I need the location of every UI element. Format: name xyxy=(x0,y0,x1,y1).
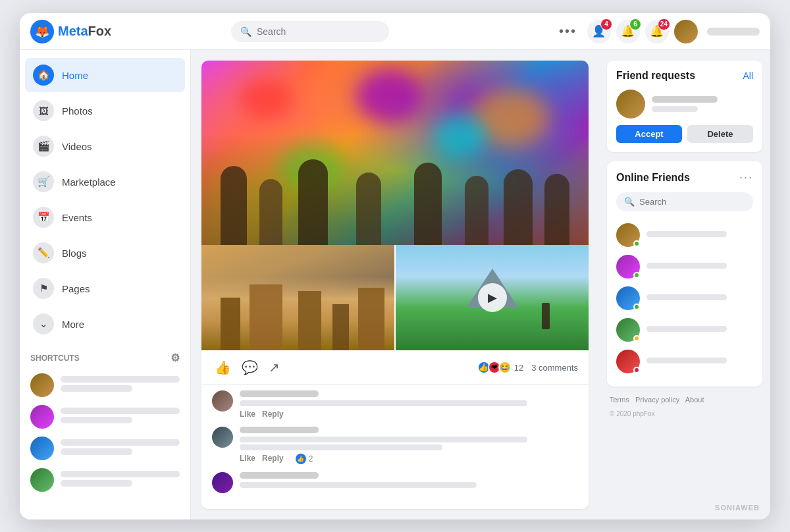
header: 🦊 MetaFox 🔍 ••• 👤 4 🔔 6 🔔 24 xyxy=(20,13,770,50)
delete-button[interactable]: Delete xyxy=(687,125,753,143)
shortcut-lines-1 xyxy=(61,376,180,394)
online-friend-name-2 xyxy=(646,263,753,271)
notification-button[interactable]: 🔔 6 xyxy=(616,20,640,43)
header-right: ••• 👤 4 🔔 6 🔔 24 xyxy=(554,20,760,43)
nav-item-events[interactable]: 📅 Events xyxy=(25,200,185,234)
online-name-placeholder-4 xyxy=(646,326,727,332)
logo-text: MetaFox xyxy=(58,24,111,39)
post-actions-bar: 👍 💬 ↗ 👍 ❤ 😂 12 3 comments xyxy=(201,350,589,385)
about-link[interactable]: About xyxy=(685,396,704,404)
nav-item-blogs[interactable]: ✏️ Blogs xyxy=(25,236,185,270)
like-button[interactable]: 👍 xyxy=(212,357,234,378)
online-friend-avatar-4 xyxy=(616,318,640,342)
global-search-bar[interactable]: 🔍 xyxy=(231,21,389,42)
shortcut-item-1[interactable] xyxy=(30,369,180,401)
post-mountain-image: ▶ xyxy=(396,245,589,350)
accept-button[interactable]: Accept xyxy=(616,125,682,143)
online-status-dot-2 xyxy=(633,272,640,279)
logo-icon: 🦊 xyxy=(30,20,54,43)
video-play-button[interactable]: ▶ xyxy=(478,283,507,312)
online-friend-avatar-1 xyxy=(616,223,640,247)
shortcut-avatar-2 xyxy=(30,405,54,429)
online-name-placeholder-5 xyxy=(646,358,727,363)
shortcuts-header: SHORTCUTS ⚙ xyxy=(30,352,180,364)
left-sidebar: 🏠 Home 🖼 Photos 🎬 Videos 🛒 Marketplace 📅… xyxy=(20,50,191,519)
online-friend-avatar-2 xyxy=(616,255,640,279)
blogs-icon: ✏️ xyxy=(33,242,54,263)
shortcuts-settings-icon[interactable]: ⚙ xyxy=(171,352,180,364)
reactions-summary: 👍 ❤ 😂 12 3 comments xyxy=(480,361,578,374)
online-friend-row-4[interactable] xyxy=(616,314,753,346)
feed: ▶ 👍 💬 ↗ 👍 ❤ 😂 12 xyxy=(191,50,599,519)
friend-request-button[interactable]: 👤 4 xyxy=(587,20,611,43)
haha-reaction-icon: 😂 xyxy=(498,361,512,374)
comment-text-1 xyxy=(240,400,527,406)
share-button[interactable]: ↗ xyxy=(266,357,282,378)
shortcut-item-3[interactable] xyxy=(30,433,180,464)
comment-reply-button-2[interactable]: Reply xyxy=(262,454,284,464)
post-card: ▶ 👍 💬 ↗ 👍 ❤ 😂 12 xyxy=(201,61,589,509)
comment-actions-2: Like Reply 👍 2 xyxy=(240,454,578,464)
friend-request-name xyxy=(652,96,718,103)
online-friend-row-2[interactable] xyxy=(616,251,753,282)
browser-window: 🦊 MetaFox 🔍 ••• 👤 4 🔔 6 🔔 24 xyxy=(20,13,770,519)
pages-icon: ⚑ xyxy=(33,278,54,299)
shortcut-name-1 xyxy=(61,376,180,383)
online-friend-avatar-5 xyxy=(616,350,640,373)
comment-content-2: Like Reply 👍 2 xyxy=(240,427,578,464)
online-friend-name-4 xyxy=(646,326,753,334)
shortcut-name-2 xyxy=(61,408,180,414)
comment-count: 3 comments xyxy=(531,363,578,373)
search-input[interactable] xyxy=(257,26,380,37)
comment-text-2b xyxy=(240,444,442,450)
nav-item-videos[interactable]: 🎬 Videos xyxy=(25,129,185,163)
nav-item-home[interactable]: 🏠 Home xyxy=(25,58,185,92)
online-friend-row-1[interactable] xyxy=(616,219,753,251)
online-search-bar[interactable]: 🔍 xyxy=(616,192,753,211)
comment-content-3 xyxy=(240,472,578,490)
comment-button[interactable]: 💬 xyxy=(239,357,261,378)
comment-like-count-2: 2 xyxy=(309,454,313,464)
home-icon: 🏠 xyxy=(33,65,54,86)
events-icon: 📅 xyxy=(33,207,54,228)
comment-likes-2: 👍 2 xyxy=(296,454,313,464)
copyright: © 2020 phpFox xyxy=(610,409,760,419)
online-friends-header: Online Friends ··· xyxy=(616,171,753,184)
nav-item-marketplace[interactable]: 🛒 Marketplace xyxy=(25,165,185,199)
online-friend-row-3[interactable] xyxy=(616,282,753,314)
online-status-dot-4 xyxy=(633,335,640,342)
shortcuts-label: SHORTCUTS xyxy=(30,354,80,363)
online-search-input[interactable] xyxy=(639,197,745,207)
privacy-link[interactable]: Privacy policy xyxy=(635,396,679,404)
nav-label-blogs: Blogs xyxy=(62,248,87,259)
main-layout: 🏠 Home 🖼 Photos 🎬 Videos 🛒 Marketplace 📅… xyxy=(20,50,770,519)
logo[interactable]: 🦊 MetaFox xyxy=(30,20,149,43)
comment-like-button-1[interactable]: Like xyxy=(240,410,255,419)
reaction-icons: 👍 ❤ 😂 xyxy=(480,361,512,374)
post-images: ▶ xyxy=(201,61,589,350)
terms-link[interactable]: Terms xyxy=(610,396,629,404)
nav-label-home: Home xyxy=(62,70,88,81)
commenter-avatar-1 xyxy=(212,390,233,412)
more-icon: ⌄ xyxy=(33,313,54,334)
nav-item-photos[interactable]: 🖼 Photos xyxy=(25,93,185,128)
friend-request-avatar xyxy=(616,90,645,119)
comment-text-3 xyxy=(240,482,477,488)
comment-like-button-2[interactable]: Like xyxy=(240,454,255,464)
friend-request-mutual xyxy=(652,106,698,112)
online-friends-options[interactable]: ··· xyxy=(739,171,753,184)
shortcut-avatar-3 xyxy=(30,437,54,460)
online-friend-row-5[interactable] xyxy=(616,346,753,377)
nav-item-pages[interactable]: ⚑ Pages xyxy=(25,271,185,306)
more-options-button[interactable]: ••• xyxy=(554,24,582,39)
nav-item-more[interactable]: ⌄ More xyxy=(25,307,185,341)
shortcuts-section: SHORTCUTS ⚙ xyxy=(25,352,185,496)
comment-reply-button-1[interactable]: Reply xyxy=(262,410,284,419)
friend-requests-all-link[interactable]: All xyxy=(743,70,753,81)
alert-button[interactable]: 🔔 24 xyxy=(645,20,669,43)
shortcut-item-4[interactable] xyxy=(30,464,180,496)
user-avatar[interactable] xyxy=(674,20,698,43)
comment-actions-1: Like Reply xyxy=(240,410,578,419)
shortcut-item-2[interactable] xyxy=(30,401,180,433)
friend-request-actions: Accept Delete xyxy=(616,125,753,143)
